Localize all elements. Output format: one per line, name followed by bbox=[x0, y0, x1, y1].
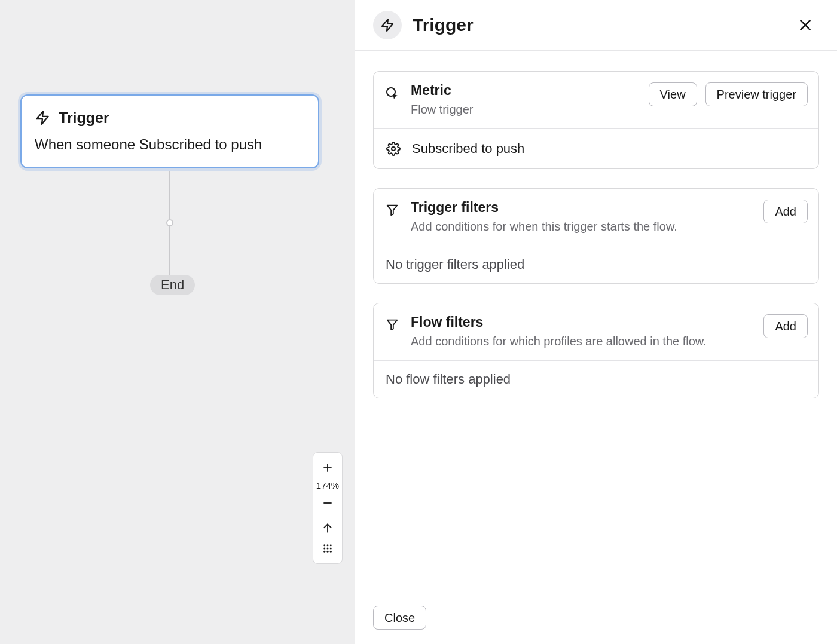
svg-point-10 bbox=[330, 548, 332, 550]
metric-subtitle: Flow trigger bbox=[411, 101, 638, 118]
connector-line bbox=[169, 171, 170, 276]
metric-card: Metric Flow trigger View Preview trigger… bbox=[373, 71, 819, 169]
zoom-level-display: 174% bbox=[316, 478, 339, 493]
svg-marker-0 bbox=[36, 111, 48, 124]
close-button[interactable]: Close bbox=[373, 606, 426, 630]
filter-icon bbox=[384, 200, 400, 216]
gear-icon bbox=[386, 142, 401, 156]
panel-body: Metric Flow trigger View Preview trigger… bbox=[355, 51, 837, 591]
flow-filters-subtitle: Add conditions for which profiles are al… bbox=[411, 333, 753, 349]
trigger-filters-card: Trigger filters Add conditions for when … bbox=[373, 188, 819, 284]
flow-canvas[interactable]: Trigger When someone Subscribed to push … bbox=[0, 0, 355, 644]
cursor-click-icon bbox=[384, 82, 400, 100]
grid-view-button[interactable] bbox=[313, 538, 342, 559]
trigger-filters-title: Trigger filters bbox=[411, 200, 753, 216]
preview-trigger-button[interactable]: Preview trigger bbox=[705, 82, 808, 106]
svg-marker-19 bbox=[387, 206, 398, 216]
metric-event-label: Subscribed to push bbox=[412, 141, 524, 157]
zoom-in-button[interactable] bbox=[313, 458, 342, 478]
add-trigger-filter-button[interactable]: Add bbox=[763, 200, 808, 223]
svg-point-18 bbox=[392, 147, 395, 151]
svg-point-12 bbox=[327, 551, 329, 553]
svg-point-8 bbox=[323, 548, 325, 550]
end-node: End bbox=[150, 275, 195, 295]
svg-point-7 bbox=[330, 544, 332, 546]
lightning-icon bbox=[35, 109, 50, 127]
svg-point-11 bbox=[323, 551, 325, 553]
svg-point-9 bbox=[327, 548, 329, 550]
svg-marker-20 bbox=[387, 320, 398, 330]
add-flow-filter-button[interactable]: Add bbox=[763, 314, 808, 338]
trigger-node-title: Trigger bbox=[59, 109, 109, 127]
panel-header: Trigger bbox=[355, 0, 837, 51]
connector-dot[interactable] bbox=[166, 219, 173, 226]
trigger-node-body: When someone Subscribed to push bbox=[35, 136, 305, 153]
svg-point-6 bbox=[327, 544, 329, 546]
trigger-panel: Trigger Metric Flow trigger Vi bbox=[355, 0, 837, 644]
recenter-button[interactable] bbox=[313, 518, 342, 538]
svg-point-5 bbox=[323, 544, 325, 546]
zoom-controls: 174% bbox=[313, 452, 343, 564]
zoom-out-button[interactable] bbox=[313, 493, 342, 513]
metric-event-row[interactable]: Subscribed to push bbox=[374, 128, 818, 168]
filter-icon bbox=[384, 314, 400, 331]
view-button[interactable]: View bbox=[649, 82, 697, 106]
close-icon[interactable] bbox=[794, 14, 817, 36]
panel-footer: Close bbox=[355, 591, 837, 644]
panel-title: Trigger bbox=[413, 15, 474, 35]
svg-point-13 bbox=[330, 551, 332, 553]
trigger-node[interactable]: Trigger When someone Subscribed to push bbox=[20, 94, 319, 168]
flow-filters-status: No flow filters applied bbox=[374, 360, 818, 398]
svg-marker-14 bbox=[382, 19, 393, 31]
trigger-filters-status: No trigger filters applied bbox=[374, 246, 818, 283]
flow-filters-card: Flow filters Add conditions for which pr… bbox=[373, 303, 819, 398]
trigger-filters-subtitle: Add conditions for when this trigger sta… bbox=[411, 218, 753, 235]
flow-filters-title: Flow filters bbox=[411, 314, 753, 330]
lightning-icon bbox=[373, 11, 402, 39]
metric-title: Metric bbox=[411, 82, 638, 99]
